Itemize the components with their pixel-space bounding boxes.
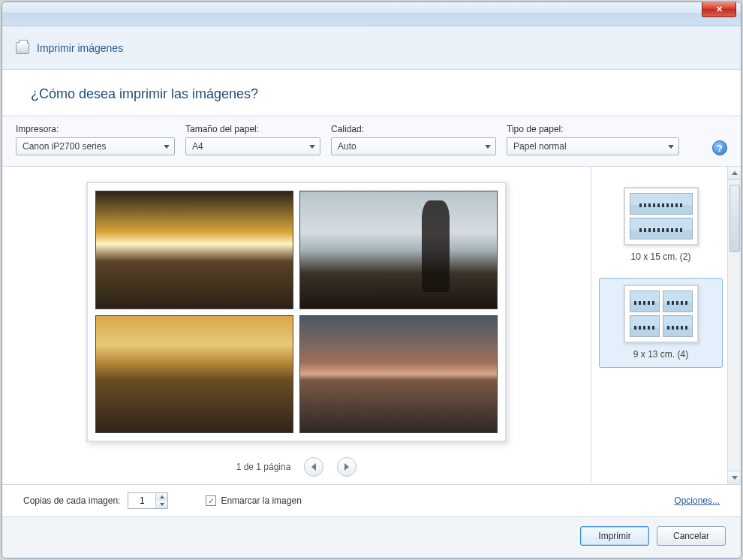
preview-photo-4 <box>299 315 498 434</box>
papersize-group: Tamaño del papel: A4 <box>185 124 320 155</box>
footer-row: Copias de cada imagen: ✓ Enmarcar la ima… <box>2 484 741 516</box>
chevron-right-icon <box>344 463 349 471</box>
layouts-scrollbar[interactable] <box>727 167 741 484</box>
close-icon: ✕ <box>716 5 723 14</box>
close-button[interactable]: ✕ <box>702 2 736 17</box>
layout-label: 9 x 13 cm. (4) <box>633 349 688 360</box>
papertype-group: Tipo de papel: Papel normal <box>507 124 679 155</box>
chevron-up-icon <box>160 495 164 498</box>
chevron-left-icon <box>311 463 316 471</box>
scroll-down-button[interactable] <box>728 471 741 484</box>
layout-thumb-cell <box>630 315 660 337</box>
fit-frame-checkbox[interactable]: ✓ Enmarcar la imagen <box>206 495 301 506</box>
copies-spinner[interactable] <box>128 492 168 509</box>
layout-thumb-cell <box>663 315 693 337</box>
chevron-up-icon <box>732 171 738 175</box>
quality-value: Auto <box>338 141 356 152</box>
paginator-text: 1 de 1 página <box>236 462 291 472</box>
printer-label: Impresora: <box>16 124 175 134</box>
copies-increment-button[interactable] <box>156 493 167 501</box>
spinner-buttons <box>155 493 167 508</box>
papertype-combo[interactable]: Papel normal <box>507 137 679 155</box>
layouts-top-caption <box>599 173 723 180</box>
fit-frame-label: Enmarcar la imagen <box>221 495 301 506</box>
layout-label: 10 x 15 cm. (2) <box>630 251 690 262</box>
chevron-down-icon <box>485 145 491 149</box>
layouts-list: 10 x 15 cm. (2) 9 x 13 cm. (4) <box>591 167 741 484</box>
paginator: 1 de 1 página <box>236 457 357 477</box>
content-area: 1 de 1 página 10 x 15 cm. (2) <box>2 167 741 484</box>
options-bar: Impresora: Canon iP2700 series Tamaño de… <box>2 116 741 167</box>
papersize-label: Tamaño del papel: <box>185 124 320 134</box>
chevron-down-icon <box>732 476 738 480</box>
copies-label: Copias de cada imagen: <box>23 495 120 506</box>
scroll-up-button[interactable] <box>728 167 741 180</box>
layout-thumb <box>624 285 699 343</box>
help-button[interactable]: ? <box>712 140 727 155</box>
titlebar: ✕ <box>2 2 741 26</box>
printer-combo[interactable]: Canon iP2700 series <box>16 137 175 155</box>
layout-thumb-cell <box>630 218 693 239</box>
chevron-down-icon <box>309 145 315 149</box>
preview-photo-3 <box>95 315 293 434</box>
window-header: Imprimir imágenes <box>2 26 741 70</box>
layout-thumb-cell <box>630 291 660 312</box>
scrollbar-thumb[interactable] <box>729 185 740 252</box>
layout-item-9x13[interactable]: 9 x 13 cm. (4) <box>599 278 723 368</box>
page-preview <box>86 182 507 442</box>
chevron-down-icon <box>160 503 164 506</box>
chevron-down-icon <box>668 145 674 149</box>
layout-item-10x15[interactable]: 10 x 15 cm. (2) <box>599 180 723 270</box>
subheader-question: ¿Cómo desea imprimir las imágenes? <box>2 70 741 116</box>
printer-group: Impresora: Canon iP2700 series <box>16 124 175 155</box>
papertype-value: Papel normal <box>513 141 567 152</box>
print-dialog-window: ✕ Imprimir imágenes ¿Cómo desea imprimir… <box>2 2 741 558</box>
preview-area: 1 de 1 página <box>2 167 591 484</box>
papertype-label: Tipo de papel: <box>507 124 679 134</box>
quality-label: Calidad: <box>331 124 496 134</box>
prev-page-button[interactable] <box>304 457 323 477</box>
buttons-row: Imprimir Cancelar <box>2 516 741 558</box>
window-title: Imprimir imágenes <box>37 42 123 54</box>
papersize-combo[interactable]: A4 <box>185 137 320 155</box>
layouts-pane: 10 x 15 cm. (2) 9 x 13 cm. (4) <box>591 167 741 484</box>
print-button[interactable]: Imprimir <box>580 526 649 546</box>
next-page-button[interactable] <box>337 457 356 477</box>
checkbox-box: ✓ <box>206 495 216 506</box>
preview-photo-2 <box>299 191 498 309</box>
papersize-value: A4 <box>192 141 203 152</box>
layout-thumb-cell <box>663 291 693 312</box>
copies-decrement-button[interactable] <box>156 501 167 508</box>
chevron-down-icon <box>164 145 170 149</box>
printer-icon <box>16 42 29 54</box>
copies-input[interactable] <box>128 493 155 508</box>
preview-photo-1 <box>95 191 293 309</box>
quality-combo[interactable]: Auto <box>331 137 496 155</box>
layout-thumb <box>624 187 699 245</box>
help-icon: ? <box>717 143 723 154</box>
options-link[interactable]: Opciones... <box>674 495 720 506</box>
layout-thumb-cell <box>630 193 693 215</box>
cancel-button[interactable]: Cancelar <box>657 526 726 546</box>
printer-value: Canon iP2700 series <box>23 141 106 152</box>
quality-group: Calidad: Auto <box>331 124 496 155</box>
